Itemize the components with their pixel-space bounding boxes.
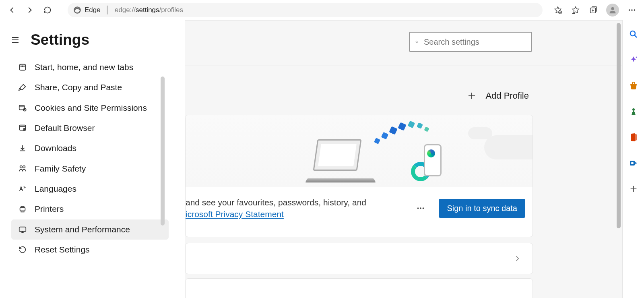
svg-point-10 [24, 66, 25, 66]
add-profile-label: Add Profile [485, 91, 529, 101]
sidebar-item-icon [18, 123, 27, 133]
plus-icon [467, 91, 477, 101]
sidebar-item-label: Default Browser [35, 122, 95, 134]
sidebar-item-printers[interactable]: Printers [11, 199, 169, 219]
add-icon[interactable] [627, 183, 640, 195]
sidebar-item-label: Languages [35, 183, 76, 195]
profile-sync-description: and see your favourites, passwords, hist… [186, 197, 366, 220]
browser-toolbar: Edge │ edge://settings/profiles [0, 0, 644, 20]
outlook-icon[interactable] [627, 157, 640, 169]
svg-point-15 [20, 166, 23, 168]
sidebar-item-icon [18, 143, 27, 153]
sidebar-item-icon [18, 103, 27, 113]
profile-avatar[interactable] [606, 4, 619, 17]
profile-card: and see your favourites, passwords, hist… [185, 115, 533, 237]
sidebar-item-languages[interactable]: Languages [11, 179, 169, 199]
sidebar-item-system-and-performance[interactable]: System and Performance [11, 219, 169, 240]
sidebar-item-icon [18, 225, 27, 234]
profile-hero-image [186, 115, 533, 187]
more-menu-icon[interactable] [625, 3, 639, 17]
forward-button[interactable] [23, 3, 37, 17]
search-icon [415, 37, 418, 46]
sidebar-item-label: Reset Settings [35, 244, 90, 255]
sidebar-item-start-home-and-new-tabs[interactable]: Start, home, and new tabs [11, 57, 169, 77]
svg-point-24 [636, 57, 637, 58]
sidebar-item-icon [18, 245, 27, 255]
address-bar[interactable]: Edge │ edge://settings/profiles [68, 3, 543, 17]
sidebar-item-label: Share, Copy and Paste [35, 82, 122, 93]
search-settings[interactable] [409, 32, 532, 52]
profile-more-icon[interactable] [414, 201, 427, 215]
svg-point-16 [23, 166, 25, 168]
sidebar-item-icon [18, 164, 27, 174]
origin-label: Edge [85, 6, 101, 14]
settings-content: Add Profile [185, 20, 622, 298]
svg-point-23 [630, 31, 635, 36]
search-input[interactable] [424, 37, 526, 47]
svg-point-22 [423, 208, 424, 209]
svg-point-5 [631, 9, 633, 11]
sidebar-item-label: Printers [35, 203, 64, 215]
svg-point-6 [634, 9, 636, 11]
svg-rect-26 [633, 111, 634, 112]
games-icon[interactable] [627, 106, 640, 118]
collections-icon[interactable] [586, 3, 601, 17]
content-scrollbar[interactable] [617, 23, 621, 228]
settings-sidebar: Settings Start, home, and new tabsShare,… [0, 20, 185, 298]
search-tool-icon[interactable] [627, 28, 640, 40]
sparkle-icon[interactable] [627, 54, 640, 66]
svg-rect-17 [20, 208, 25, 211]
svg-point-3 [611, 7, 614, 10]
sidebar-item-icon [18, 62, 27, 72]
svg-rect-18 [19, 227, 26, 231]
svg-point-21 [420, 208, 422, 209]
svg-point-20 [417, 208, 419, 209]
url-emph: settings [136, 6, 159, 14]
svg-point-4 [629, 9, 630, 11]
favorites-icon[interactable] [568, 3, 583, 17]
refresh-button[interactable] [40, 3, 55, 17]
url-suffix: /profiles [159, 6, 184, 14]
sidebar-item-label: Cookies and Site Permissions [35, 102, 147, 114]
settings-row[interactable] [185, 278, 533, 298]
add-profile-button[interactable]: Add Profile [467, 91, 529, 101]
menu-toggle-icon[interactable] [8, 33, 23, 47]
chevron-right-icon [513, 255, 521, 263]
sidebar-item-family-safety[interactable]: Family Safety [11, 159, 169, 179]
sidebar-item-icon [18, 184, 27, 194]
sidebar-item-icon [18, 204, 27, 214]
svg-rect-7 [20, 64, 26, 70]
privacy-statement-link[interactable]: icrosoft Privacy Statement [186, 209, 284, 219]
right-sidebar [622, 20, 644, 298]
sidebar-item-label: Start, home, and new tabs [35, 62, 133, 73]
svg-point-28 [631, 162, 634, 164]
add-favorite-icon[interactable] [551, 3, 565, 17]
sidebar-item-downloads[interactable]: Downloads [11, 138, 169, 158]
sidebar-item-default-browser[interactable]: Default Browser [11, 118, 169, 138]
svg-point-19 [416, 41, 417, 43]
sidebar-item-label: System and Performance [35, 224, 130, 235]
sidebar-item-icon [18, 83, 27, 92]
sidebar-item-cookies-and-site-permissions[interactable]: Cookies and Site Permissions [11, 98, 169, 118]
settings-row[interactable] [185, 243, 533, 274]
settings-heading: Settings [31, 31, 89, 48]
sidebar-item-reset-settings[interactable]: Reset Settings [11, 240, 169, 260]
sidebar-item-label: Family Safety [35, 163, 86, 174]
sidebar-scrollbar[interactable] [161, 77, 165, 226]
tools-icon[interactable] [627, 80, 640, 92]
back-button[interactable] [5, 3, 19, 17]
office-icon[interactable] [627, 131, 640, 143]
svg-point-8 [21, 66, 21, 66]
sidebar-item-label: Downloads [35, 143, 76, 154]
sign-in-button[interactable]: Sign in to sync data [439, 199, 525, 218]
svg-point-25 [632, 108, 635, 111]
edge-logo-icon [73, 6, 81, 14]
svg-point-9 [22, 66, 23, 66]
sidebar-item-share-copy-and-paste[interactable]: Share, Copy and Paste [11, 77, 169, 97]
url-prefix: edge:// [115, 6, 136, 14]
